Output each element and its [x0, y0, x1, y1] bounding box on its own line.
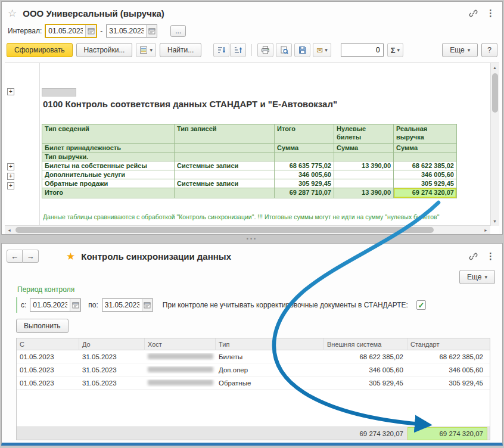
printer-icon: [261, 46, 270, 54]
cell-to: 31.05.2023: [79, 379, 145, 387]
window-menu-icon[interactable]: ⋮: [485, 251, 496, 262]
calendar-icon[interactable]: [70, 299, 80, 311]
save-button[interactable]: [294, 43, 310, 57]
report-total-row[interactable]: Итого 69 287 710,07 13 390,00 69 274 320…: [42, 188, 457, 198]
report-typerow[interactable]: Тип выручки.: [42, 153, 457, 161]
interval-from-input[interactable]: [46, 27, 85, 35]
scroll-right-icon[interactable]: ►: [481, 226, 490, 235]
sync-table-row[interactable]: 01.05.2023 31.05.2023 Билеты 68 622 385,…: [17, 350, 490, 363]
report-variants-button[interactable]: ▾: [136, 43, 156, 57]
report-subheader-row[interactable]: Билет принадлежность Сумма Сумма Сумма: [42, 144, 457, 153]
sum-indicator-field[interactable]: [341, 43, 384, 57]
expand-row-button[interactable]: +: [7, 163, 14, 170]
cell-host: [145, 379, 216, 387]
favorite-star-icon[interactable]: ☆: [8, 8, 17, 18]
horizontal-scroll-thumb[interactable]: [15, 227, 434, 233]
cell-from: 01.05.2023: [17, 379, 79, 387]
send-mail-button[interactable]: ✉ ▾: [313, 43, 331, 57]
report-toolbar: Сформировать Настройки... ▾ Найти... ✉ ▾: [2, 41, 502, 59]
empty-cell: [334, 153, 394, 161]
nav-back-button[interactable]: ←: [7, 250, 23, 263]
print-button[interactable]: [257, 43, 273, 57]
nav-forward-button[interactable]: →: [23, 250, 39, 263]
row-total-cell: 305 929,45: [275, 179, 334, 188]
col-standard: Стандарт: [407, 338, 487, 350]
report-footnote: Данные таблицы сравниваются с обработкой…: [43, 213, 481, 220]
report-spreadsheet: + 0100 Контроль соответствия данных СТАН…: [5, 63, 499, 234]
period-from-input[interactable]: [30, 301, 70, 309]
expand-group-button[interactable]: +: [7, 88, 14, 95]
scroll-left-icon[interactable]: ◄: [5, 226, 14, 235]
generate-button[interactable]: Сформировать: [7, 43, 73, 57]
report-row[interactable]: Обратные продажи Системные записи 305 92…: [42, 179, 457, 188]
corrections-checkbox[interactable]: ✓: [416, 300, 426, 310]
row-total-cell: 346 005,60: [275, 170, 334, 179]
toolbar-separator: [251, 44, 252, 56]
get-link-icon[interactable]: [469, 252, 478, 261]
sync-table-row[interactable]: 01.05.2023 31.05.2023 Доп.опер 346 005,6…: [17, 363, 490, 377]
empty-cell: [175, 188, 275, 198]
preview-icon: [280, 46, 288, 54]
more-actions-button[interactable]: Еще ▾: [459, 270, 495, 284]
vertical-scroll-thumb[interactable]: [492, 73, 498, 113]
expand-levels-button[interactable]: [213, 43, 229, 57]
cell-host: [145, 353, 216, 360]
chevron-down-icon: ▾: [325, 48, 328, 53]
cell-type: Доп.опер: [216, 366, 324, 374]
corrections-checkbox-label: При контроле не учитывать корректировочн…: [163, 301, 408, 309]
run-button[interactable]: Выполнить: [16, 319, 69, 333]
window-menu-icon[interactable]: ⋮: [485, 8, 496, 18]
calendar-icon[interactable]: [85, 25, 96, 37]
report-header-row[interactable]: Тип сведений Тип записей Итого Нулевые б…: [42, 125, 457, 144]
group-header-cell[interactable]: [42, 88, 76, 97]
row-records-cell: Системные записи: [175, 179, 275, 188]
print-preview-button[interactable]: [276, 43, 292, 57]
splitter-dots-icon: •••: [247, 236, 257, 242]
calendar-icon[interactable]: [142, 299, 153, 311]
find-button[interactable]: Найти...: [160, 43, 201, 57]
help-button[interactable]: ?: [481, 43, 497, 57]
period-controls: с: по: При контроле не учитывать коррект…: [21, 297, 426, 313]
calendar-icon[interactable]: [146, 25, 157, 37]
to-label: по:: [88, 301, 98, 309]
cell-standard: 68 622 385,02: [407, 353, 487, 360]
chevron-down-icon: ▾: [397, 48, 400, 53]
more-actions-label: Еще: [467, 273, 481, 281]
scroll-up-icon[interactable]: ▲: [490, 63, 499, 72]
more-actions-label: Еще: [450, 46, 464, 54]
report-row[interactable]: Дополнительные услуги 346 005,60 346 005…: [42, 170, 457, 179]
get-link-icon[interactable]: [469, 9, 478, 18]
sync-table-row[interactable]: 01.05.2023 31.05.2023 Обратные 305 929,4…: [17, 377, 490, 390]
favorite-star-icon[interactable]: ★: [66, 251, 75, 262]
ownership-label-cell: Билет принадлежность: [42, 144, 175, 153]
settings-button[interactable]: Настройки...: [76, 43, 133, 57]
total-real-cell-highlighted[interactable]: 69 274 320,07: [394, 188, 457, 198]
expand-row-button[interactable]: +: [7, 173, 14, 180]
period-to-input[interactable]: [102, 301, 142, 309]
report-row[interactable]: Билеты на собственные рейсы Системные за…: [42, 161, 457, 170]
scroll-down-icon[interactable]: ▼: [490, 217, 499, 226]
window-splitter[interactable]: •••: [1, 235, 503, 242]
report-variant-icon: [139, 46, 148, 54]
interval-row: Интервал: - ...: [2, 23, 502, 39]
footer-standard-total-highlighted[interactable]: 69 274 320,07: [407, 427, 487, 440]
autosum-button[interactable]: Σ ▾: [387, 43, 403, 57]
col-info-type: Тип сведений: [42, 125, 175, 144]
col-total: Итого: [275, 125, 334, 144]
cell-standard: 305 929,45: [407, 379, 487, 387]
expand-row-button[interactable]: +: [7, 182, 14, 189]
report-titlebar: ☆ ООО Универсальный (выручка) ⋮: [2, 5, 502, 21]
cell-to: 31.05.2023: [79, 366, 145, 374]
horizontal-scrollbar[interactable]: ◄ ►: [5, 225, 490, 234]
vertical-scrollbar[interactable]: ▲ ▼: [490, 63, 499, 226]
interval-to-input[interactable]: [107, 27, 146, 35]
interval-options-button[interactable]: ...: [170, 25, 186, 37]
expand-levels-icon: [217, 46, 226, 54]
row-real-cell: 346 005,60: [394, 170, 457, 179]
sync-table-header[interactable]: С До Хост Тип Внешняя система Стандарт: [17, 338, 490, 350]
report-table: Тип сведений Тип записей Итого Нулевые б…: [42, 124, 457, 198]
chevron-down-icon: ▾: [150, 48, 153, 53]
more-actions-button[interactable]: Еще ▾: [442, 43, 478, 57]
sync-table-footer[interactable]: 69 274 320,07 69 274 320,07: [17, 427, 490, 440]
collapse-levels-button[interactable]: [230, 43, 246, 57]
